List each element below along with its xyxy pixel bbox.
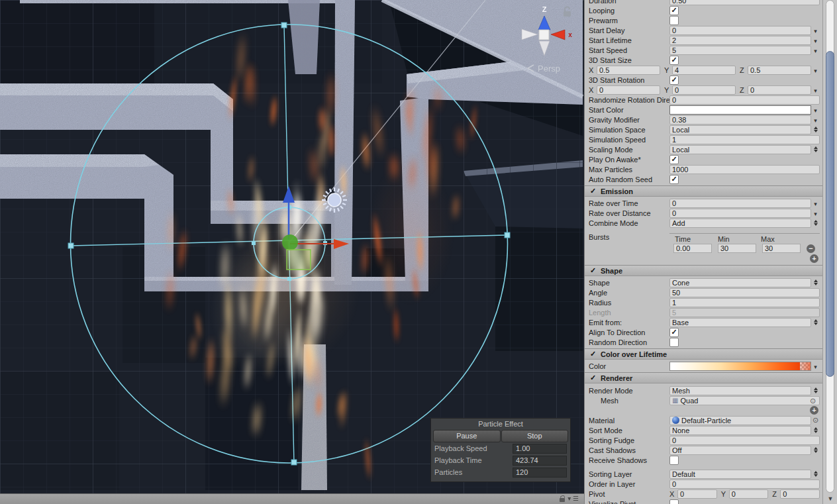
dropdown-arrow-icon[interactable] (811, 66, 820, 74)
material-object-field[interactable]: Default-Particle (669, 416, 811, 425)
rate-over-time-label: Rate over Time (589, 199, 669, 207)
receive-shadows-checkbox[interactable] (669, 456, 679, 465)
dropdown-arrow-icon[interactable] (811, 362, 820, 370)
particle-emitter-gizmo[interactable] (282, 234, 311, 270)
y-axis-arrow[interactable] (283, 186, 295, 240)
stop-button[interactable]: Stop (501, 430, 569, 442)
emission-module-header[interactable]: ✓Emission (585, 185, 822, 197)
playback-speed-field[interactable]: 1.00 (513, 444, 567, 454)
module-enabled-checkbox[interactable]: ✓ (589, 187, 597, 195)
add-mesh-button[interactable]: + (810, 406, 818, 415)
object-picker-icon[interactable]: ⊙ (809, 397, 817, 405)
scrollbar-down-arrow[interactable]: ▼ (823, 494, 837, 504)
sort-mode-select[interactable]: None (669, 426, 811, 435)
dropdown-arrow-icon[interactable] (811, 199, 820, 207)
simulation-speed-field[interactable]: 1 (669, 135, 820, 144)
pivot-y-field[interactable]: 0 (729, 489, 769, 499)
align-to-direction-checkbox[interactable]: ✓ (669, 328, 679, 337)
radius-field[interactable]: 1 (669, 298, 820, 307)
particles-count-field[interactable]: 120 (513, 468, 567, 478)
start-size-z-field[interactable]: 0.5 (748, 66, 811, 75)
start-size-3d-checkbox[interactable]: ✓ (669, 56, 679, 65)
enum-arrows-icon[interactable] (811, 279, 820, 285)
prewarm-checkbox[interactable] (669, 16, 679, 25)
duration-field[interactable]: 0.50 (669, 0, 820, 5)
start-rotation-x-field[interactable]: 0 (597, 85, 660, 95)
start-rotation-3d-checkbox[interactable]: ✓ (669, 76, 679, 85)
pivot-x-field[interactable]: 0 (677, 489, 717, 499)
start-size-x-field[interactable]: 0.5 (597, 66, 660, 75)
remove-burst-button[interactable]: − (807, 244, 815, 253)
dropdown-arrow-icon[interactable] (811, 106, 820, 114)
dropdown-arrow-icon[interactable] (811, 46, 820, 54)
module-enabled-checkbox[interactable]: ✓ (589, 266, 597, 275)
module-enabled-checkbox[interactable]: ✓ (589, 350, 597, 358)
gravity-modifier-field[interactable]: 0.38 (669, 115, 811, 125)
scaling-mode-select[interactable]: Local (669, 145, 811, 154)
shape-select[interactable]: Cone (669, 278, 811, 287)
object-picker-icon[interactable]: ⊙ (811, 416, 820, 425)
renderer-module-header[interactable]: ✓Renderer (585, 372, 822, 383)
directional-light-icon[interactable] (322, 187, 347, 213)
combine-mode-select[interactable]: Add (669, 219, 811, 228)
max-particles-field[interactable]: 1000 (669, 165, 820, 174)
dropdown-arrow-icon[interactable] (811, 209, 820, 217)
enum-arrows-icon[interactable] (811, 471, 820, 477)
burst-min-field[interactable]: 30 (718, 244, 756, 253)
module-enabled-checkbox[interactable]: ✓ (589, 374, 597, 382)
start-lifetime-field[interactable]: 2 (669, 36, 811, 45)
simulation-space-select[interactable]: Local (669, 125, 811, 134)
randomize-rotation-field[interactable]: 0 (669, 95, 820, 105)
angle-field[interactable]: 50 (669, 288, 820, 297)
rate-over-time-field[interactable]: 0 (669, 199, 811, 208)
dropdown-arrow-icon[interactable] (811, 36, 820, 44)
start-rotation-z-field[interactable]: 0 (748, 85, 811, 95)
render-mode-select[interactable]: Mesh (669, 386, 811, 395)
rate-over-distance-field[interactable]: 0 (669, 209, 811, 218)
burst-time-field[interactable]: 0.00 (673, 244, 712, 253)
sorting-fudge-field[interactable]: 0 (669, 436, 820, 445)
burst-max-field[interactable]: 30 (762, 244, 801, 253)
enum-arrows-icon[interactable] (811, 146, 820, 152)
cast-shadows-select[interactable]: Off (669, 446, 811, 455)
enum-arrows-icon[interactable] (811, 319, 820, 325)
mesh-object-field[interactable]: ▦Quad⊙ (669, 396, 820, 405)
enum-arrows-icon[interactable] (811, 387, 820, 393)
start-color-swatch[interactable] (669, 105, 811, 115)
enum-arrows-icon[interactable] (811, 126, 820, 132)
scrollbar-thumb[interactable] (826, 51, 834, 377)
color-gradient-field[interactable] (669, 362, 811, 371)
enum-arrows-icon[interactable] (811, 447, 820, 453)
emit-from-select[interactable]: Base (669, 318, 811, 327)
auto-random-seed-checkbox[interactable]: ✓ (669, 175, 679, 184)
shape-module-header[interactable]: ✓Shape (585, 265, 822, 276)
scene-view[interactable]: Z x Persp Particle Effect Pause Stop Pla… (0, 0, 584, 504)
start-speed-field[interactable]: 5 (669, 46, 811, 55)
lock-icon[interactable] (560, 498, 565, 502)
visualize-pivot-checkbox[interactable] (669, 499, 679, 504)
x-axis-arrow[interactable] (290, 239, 349, 249)
color-over-lifetime-header[interactable]: ✓Color over Lifetime (585, 348, 822, 360)
inspector-scrollbar[interactable]: ▼ (822, 0, 837, 504)
random-direction-checkbox[interactable] (669, 338, 679, 347)
playback-time-field[interactable]: 423.74 (513, 456, 567, 466)
start-size-y-field[interactable]: 4 (672, 66, 736, 75)
dropdown-arrow-icon[interactable] (811, 116, 820, 124)
start-rotation-y-field[interactable]: 0 (672, 85, 736, 95)
add-burst-button[interactable]: + (810, 254, 818, 263)
enum-arrows-icon[interactable] (811, 427, 820, 433)
start-delay-field[interactable]: 0 (669, 26, 811, 35)
dropdown-arrow-icon[interactable] (811, 26, 820, 34)
dropdown-arrow-icon[interactable] (811, 86, 820, 94)
looping-checkbox[interactable]: ✓ (669, 6, 679, 15)
pause-button[interactable]: Pause (433, 430, 501, 442)
order-in-layer-field[interactable]: 0 (669, 479, 820, 489)
play-on-awake-checkbox[interactable]: ✓ (669, 155, 679, 164)
perspective-toggle[interactable]: Persp (528, 64, 560, 74)
pivot-z-field[interactable]: 0 (780, 489, 820, 499)
panel-menu-icon[interactable]: ▾ ☰ (567, 495, 579, 502)
sorting-layer-select[interactable]: Default (669, 470, 811, 479)
bursts-label: Bursts (589, 233, 669, 254)
enum-arrows-icon[interactable] (811, 220, 820, 226)
scene-lock-icon[interactable] (564, 7, 571, 17)
